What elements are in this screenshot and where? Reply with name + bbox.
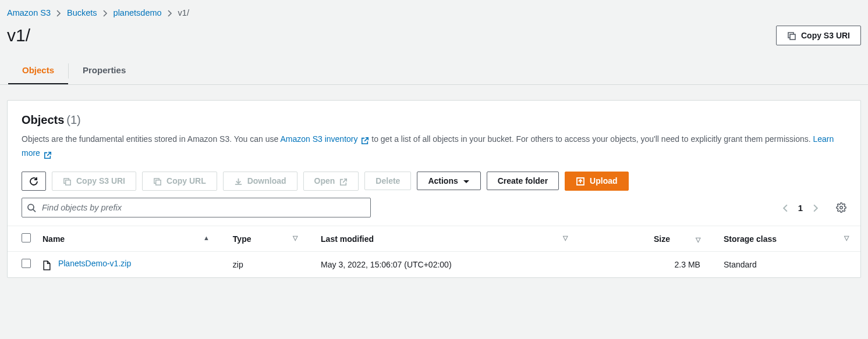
object-name-link[interactable]: PlanetsDemo-v1.zip xyxy=(58,259,131,268)
inventory-link[interactable]: Amazon S3 inventory xyxy=(280,134,371,144)
sort-icon: ▽ xyxy=(293,234,297,242)
external-link-icon xyxy=(339,176,348,185)
breadcrumb-link-bucket[interactable]: planetsdemo xyxy=(114,8,162,17)
copy-s3-uri-button[interactable]: Copy S3 URI xyxy=(776,26,861,45)
breadcrumb-link-buckets[interactable]: Buckets xyxy=(67,8,97,17)
copy-s3-uri-label: Copy S3 URI xyxy=(801,31,850,40)
col-storage-label: Storage class xyxy=(724,234,777,244)
desc-text: Objects are the fundamental entities sto… xyxy=(22,134,280,144)
page-title: v1/ xyxy=(7,26,30,45)
search-icon xyxy=(27,202,36,212)
tabs: Objects Properties xyxy=(0,57,868,85)
chevron-right-icon xyxy=(103,8,108,17)
page-current: 1 xyxy=(798,203,803,213)
delete-button[interactable]: Delete xyxy=(364,172,411,190)
svg-rect-2 xyxy=(156,180,161,185)
desc-text: to get a list of all objects in your buc… xyxy=(371,134,813,144)
upload-button[interactable]: Upload xyxy=(565,172,628,191)
chevron-right-icon xyxy=(168,8,172,17)
create-folder-button[interactable]: Create folder xyxy=(487,172,559,190)
download-button[interactable]: Download xyxy=(223,172,297,191)
table-header-row: Name ▲ Type ▽ Last modified ▽ Size ▽ Sto… xyxy=(8,226,860,252)
breadcrumb: Amazon S3 Buckets planetsdemo v1/ xyxy=(0,0,868,22)
objects-table: Name ▲ Type ▽ Last modified ▽ Size ▽ Sto… xyxy=(8,226,860,277)
toolbar: Copy S3 URI Copy URL Download Open Delet… xyxy=(8,172,860,198)
pagination: 1 xyxy=(780,201,846,215)
download-icon xyxy=(234,176,243,186)
file-icon xyxy=(42,260,54,269)
download-label: Download xyxy=(247,176,286,185)
col-size-label: Size xyxy=(654,234,670,244)
settings-button[interactable] xyxy=(836,202,846,213)
open-label: Open xyxy=(314,176,335,185)
objects-panel: Objects (1) Objects are the fundamental … xyxy=(7,100,861,278)
refresh-icon xyxy=(29,176,38,186)
cell-size: 2.3 MB xyxy=(585,252,718,277)
column-header-name[interactable]: Name ▲ xyxy=(37,226,227,252)
cell-storage: Standard xyxy=(718,252,860,277)
external-link-icon xyxy=(44,149,52,159)
copy-url-button[interactable]: Copy URL xyxy=(142,172,217,191)
col-name-label: Name xyxy=(42,234,65,244)
copy-icon xyxy=(63,176,72,186)
sort-icon: ▽ xyxy=(844,234,849,242)
refresh-button[interactable] xyxy=(22,172,46,191)
panel-count: (1) xyxy=(66,113,80,126)
upload-label: Upload xyxy=(590,176,617,185)
page-next-button[interactable] xyxy=(811,201,821,215)
copy-icon xyxy=(787,30,796,40)
column-header-type[interactable]: Type ▽ xyxy=(227,226,315,252)
page-prev-button[interactable] xyxy=(780,201,790,215)
cell-type: zip xyxy=(227,252,315,277)
open-button[interactable]: Open xyxy=(303,172,359,190)
sort-icon: ▽ xyxy=(696,236,700,243)
search-input[interactable] xyxy=(22,198,371,217)
cell-modified: May 3, 2022, 15:06:07 (UTC+02:00) xyxy=(315,252,585,277)
external-link-icon xyxy=(361,135,371,145)
svg-rect-0 xyxy=(790,34,795,40)
svg-point-3 xyxy=(28,205,34,210)
inventory-link-text: Amazon S3 inventory xyxy=(280,134,357,144)
actions-dropdown[interactable]: Actions xyxy=(417,172,480,190)
svg-rect-1 xyxy=(66,180,70,185)
upload-icon xyxy=(576,176,585,186)
tab-objects[interactable]: Objects xyxy=(8,57,68,84)
column-header-modified[interactable]: Last modified ▽ xyxy=(315,226,585,252)
column-header-storage[interactable]: Storage class ▽ xyxy=(718,226,860,252)
create-folder-label: Create folder xyxy=(498,176,548,185)
chevron-right-icon xyxy=(56,8,61,17)
breadcrumb-current: v1/ xyxy=(178,8,189,17)
search-wrap xyxy=(22,198,371,217)
tab-properties[interactable]: Properties xyxy=(69,57,140,84)
table-row: PlanetsDemo-v1.zip zip May 3, 2022, 15:0… xyxy=(8,252,860,277)
copy-s3-uri-button-toolbar[interactable]: Copy S3 URI xyxy=(52,172,136,191)
copy-url-label: Copy URL xyxy=(166,176,206,185)
delete-label: Delete xyxy=(375,176,400,185)
copy-icon xyxy=(153,176,162,186)
caret-down-icon xyxy=(463,176,470,185)
select-all-checkbox[interactable] xyxy=(22,233,31,242)
sort-icon: ▽ xyxy=(563,234,568,242)
row-checkbox[interactable] xyxy=(22,259,31,268)
panel-title: Objects xyxy=(22,113,64,126)
breadcrumb-link-s3[interactable]: Amazon S3 xyxy=(7,8,51,17)
actions-label: Actions xyxy=(428,176,458,185)
column-header-size[interactable]: Size ▽ xyxy=(585,226,718,252)
copy-s3-uri-label: Copy S3 URI xyxy=(76,176,125,185)
col-modified-label: Last modified xyxy=(321,234,374,244)
svg-point-4 xyxy=(840,206,843,209)
panel-description: Objects are the fundamental entities sto… xyxy=(8,133,860,172)
col-type-label: Type xyxy=(233,234,251,244)
sort-asc-icon: ▲ xyxy=(203,234,210,241)
